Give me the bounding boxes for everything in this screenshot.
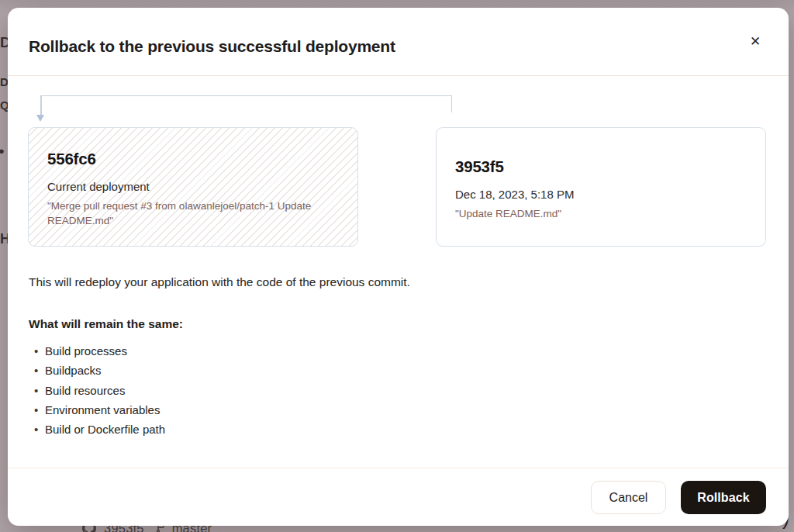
- list-item: Build processes: [29, 341, 165, 361]
- previous-deployment-date: Dec 18, 2023, 5:18 PM: [455, 187, 747, 202]
- background-edge-dot: ●: [0, 145, 5, 157]
- close-button[interactable]: ✕: [742, 28, 768, 54]
- list-item: Build resources: [29, 381, 165, 400]
- current-deployment-label: Current deployment: [47, 179, 339, 195]
- rollback-arrow-line: [40, 95, 452, 112]
- current-commit-hash: 556fc6: [47, 150, 339, 168]
- close-icon: ✕: [750, 33, 761, 50]
- card-current-deployment: 556fc6 Current deployment "Merge pull re…: [28, 127, 358, 247]
- current-commit-message: "Merge pull request #3 from olawanlejoel…: [47, 199, 339, 228]
- list-item: Build or Dockerfile path: [29, 420, 165, 439]
- card-previous-deployment: 3953f5 Dec 18, 2023, 5:18 PM "Update REA…: [436, 127, 766, 247]
- footer-divider: [8, 468, 789, 468]
- list-item: Buildpacks: [29, 361, 165, 380]
- previous-commit-hash: 3953f5: [455, 157, 747, 176]
- remain-same-heading: What will remain the same:: [29, 317, 183, 331]
- cancel-button[interactable]: Cancel: [591, 481, 666, 514]
- list-item: Environment variables: [29, 400, 165, 420]
- rollback-arrow-head-icon: [36, 115, 44, 122]
- dialog-description: This will redeploy your application with…: [29, 275, 410, 289]
- previous-commit-message: "Update README.md": [455, 206, 747, 221]
- rollback-arrow-stem: [40, 95, 42, 116]
- dialog-title: Rollback to the previous successful depl…: [29, 37, 395, 56]
- rollback-button[interactable]: Rollback: [681, 481, 766, 514]
- header-divider: [8, 75, 789, 76]
- rollback-dialog: Rollback to the previous successful depl…: [8, 8, 789, 526]
- remain-same-list: Build processes Buildpacks Build resourc…: [29, 341, 165, 439]
